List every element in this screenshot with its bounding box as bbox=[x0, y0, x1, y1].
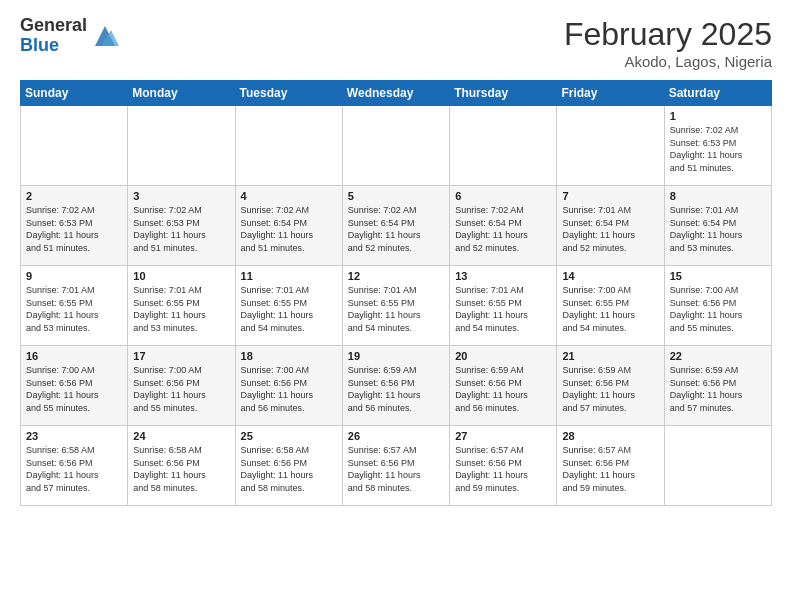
cell-date: 8 bbox=[670, 190, 766, 202]
cell-date: 11 bbox=[241, 270, 337, 282]
calendar-cell: 5Sunrise: 7:02 AM Sunset: 6:54 PM Daylig… bbox=[342, 186, 449, 266]
calendar-cell: 24Sunrise: 6:58 AM Sunset: 6:56 PM Dayli… bbox=[128, 426, 235, 506]
cell-info: Sunrise: 7:00 AM Sunset: 6:56 PM Dayligh… bbox=[241, 364, 337, 414]
week-row-3: 16Sunrise: 7:00 AM Sunset: 6:56 PM Dayli… bbox=[21, 346, 772, 426]
weekday-header-saturday: Saturday bbox=[664, 81, 771, 106]
cell-date: 9 bbox=[26, 270, 122, 282]
calendar-cell: 11Sunrise: 7:01 AM Sunset: 6:55 PM Dayli… bbox=[235, 266, 342, 346]
cell-date: 2 bbox=[26, 190, 122, 202]
cell-info: Sunrise: 7:01 AM Sunset: 6:55 PM Dayligh… bbox=[241, 284, 337, 334]
header: General Blue February 2025 Akodo, Lagos,… bbox=[20, 16, 772, 70]
calendar-cell: 4Sunrise: 7:02 AM Sunset: 6:54 PM Daylig… bbox=[235, 186, 342, 266]
cell-date: 19 bbox=[348, 350, 444, 362]
weekday-header-sunday: Sunday bbox=[21, 81, 128, 106]
logo-icon bbox=[91, 22, 119, 50]
calendar-cell bbox=[21, 106, 128, 186]
cell-info: Sunrise: 7:02 AM Sunset: 6:54 PM Dayligh… bbox=[241, 204, 337, 254]
calendar-cell: 27Sunrise: 6:57 AM Sunset: 6:56 PM Dayli… bbox=[450, 426, 557, 506]
cell-date: 4 bbox=[241, 190, 337, 202]
page: General Blue February 2025 Akodo, Lagos,… bbox=[0, 0, 792, 612]
cell-date: 28 bbox=[562, 430, 658, 442]
cell-info: Sunrise: 7:01 AM Sunset: 6:55 PM Dayligh… bbox=[26, 284, 122, 334]
cell-date: 12 bbox=[348, 270, 444, 282]
cell-date: 27 bbox=[455, 430, 551, 442]
calendar-cell bbox=[664, 426, 771, 506]
cell-info: Sunrise: 6:58 AM Sunset: 6:56 PM Dayligh… bbox=[26, 444, 122, 494]
logo-blue: Blue bbox=[20, 36, 87, 56]
calendar-cell: 22Sunrise: 6:59 AM Sunset: 6:56 PM Dayli… bbox=[664, 346, 771, 426]
cell-date: 6 bbox=[455, 190, 551, 202]
calendar-cell: 20Sunrise: 6:59 AM Sunset: 6:56 PM Dayli… bbox=[450, 346, 557, 426]
calendar-cell bbox=[557, 106, 664, 186]
week-row-1: 2Sunrise: 7:02 AM Sunset: 6:53 PM Daylig… bbox=[21, 186, 772, 266]
calendar-cell: 21Sunrise: 6:59 AM Sunset: 6:56 PM Dayli… bbox=[557, 346, 664, 426]
cell-date: 15 bbox=[670, 270, 766, 282]
cell-info: Sunrise: 6:59 AM Sunset: 6:56 PM Dayligh… bbox=[670, 364, 766, 414]
calendar-cell: 19Sunrise: 6:59 AM Sunset: 6:56 PM Dayli… bbox=[342, 346, 449, 426]
calendar-cell: 23Sunrise: 6:58 AM Sunset: 6:56 PM Dayli… bbox=[21, 426, 128, 506]
calendar-cell: 18Sunrise: 7:00 AM Sunset: 6:56 PM Dayli… bbox=[235, 346, 342, 426]
calendar-cell: 1Sunrise: 7:02 AM Sunset: 6:53 PM Daylig… bbox=[664, 106, 771, 186]
cell-info: Sunrise: 7:00 AM Sunset: 6:56 PM Dayligh… bbox=[26, 364, 122, 414]
logo: General Blue bbox=[20, 16, 119, 56]
calendar-table: SundayMondayTuesdayWednesdayThursdayFrid… bbox=[20, 80, 772, 506]
weekday-header-friday: Friday bbox=[557, 81, 664, 106]
weekday-header-tuesday: Tuesday bbox=[235, 81, 342, 106]
week-row-4: 23Sunrise: 6:58 AM Sunset: 6:56 PM Dayli… bbox=[21, 426, 772, 506]
cell-date: 26 bbox=[348, 430, 444, 442]
cell-info: Sunrise: 7:01 AM Sunset: 6:55 PM Dayligh… bbox=[133, 284, 229, 334]
cell-date: 13 bbox=[455, 270, 551, 282]
title-block: February 2025 Akodo, Lagos, Nigeria bbox=[564, 16, 772, 70]
cell-date: 10 bbox=[133, 270, 229, 282]
cell-date: 23 bbox=[26, 430, 122, 442]
cell-date: 17 bbox=[133, 350, 229, 362]
cell-date: 3 bbox=[133, 190, 229, 202]
weekday-header-thursday: Thursday bbox=[450, 81, 557, 106]
cell-info: Sunrise: 6:59 AM Sunset: 6:56 PM Dayligh… bbox=[455, 364, 551, 414]
calendar-cell: 6Sunrise: 7:02 AM Sunset: 6:54 PM Daylig… bbox=[450, 186, 557, 266]
calendar-cell: 8Sunrise: 7:01 AM Sunset: 6:54 PM Daylig… bbox=[664, 186, 771, 266]
cell-info: Sunrise: 7:00 AM Sunset: 6:56 PM Dayligh… bbox=[670, 284, 766, 334]
weekday-header-monday: Monday bbox=[128, 81, 235, 106]
calendar-cell: 25Sunrise: 6:58 AM Sunset: 6:56 PM Dayli… bbox=[235, 426, 342, 506]
calendar-cell: 12Sunrise: 7:01 AM Sunset: 6:55 PM Dayli… bbox=[342, 266, 449, 346]
calendar-cell bbox=[128, 106, 235, 186]
cell-date: 22 bbox=[670, 350, 766, 362]
calendar-title: February 2025 bbox=[564, 16, 772, 53]
calendar-cell: 17Sunrise: 7:00 AM Sunset: 6:56 PM Dayli… bbox=[128, 346, 235, 426]
calendar-cell: 9Sunrise: 7:01 AM Sunset: 6:55 PM Daylig… bbox=[21, 266, 128, 346]
calendar-cell: 2Sunrise: 7:02 AM Sunset: 6:53 PM Daylig… bbox=[21, 186, 128, 266]
cell-info: Sunrise: 7:00 AM Sunset: 6:55 PM Dayligh… bbox=[562, 284, 658, 334]
calendar-cell: 15Sunrise: 7:00 AM Sunset: 6:56 PM Dayli… bbox=[664, 266, 771, 346]
cell-info: Sunrise: 7:01 AM Sunset: 6:54 PM Dayligh… bbox=[670, 204, 766, 254]
cell-info: Sunrise: 7:02 AM Sunset: 6:54 PM Dayligh… bbox=[348, 204, 444, 254]
logo-general: General bbox=[20, 16, 87, 36]
cell-info: Sunrise: 7:01 AM Sunset: 6:54 PM Dayligh… bbox=[562, 204, 658, 254]
cell-date: 16 bbox=[26, 350, 122, 362]
calendar-cell bbox=[342, 106, 449, 186]
cell-info: Sunrise: 7:00 AM Sunset: 6:56 PM Dayligh… bbox=[133, 364, 229, 414]
cell-info: Sunrise: 7:02 AM Sunset: 6:53 PM Dayligh… bbox=[133, 204, 229, 254]
calendar-cell: 13Sunrise: 7:01 AM Sunset: 6:55 PM Dayli… bbox=[450, 266, 557, 346]
cell-date: 18 bbox=[241, 350, 337, 362]
calendar-cell bbox=[235, 106, 342, 186]
calendar-cell: 7Sunrise: 7:01 AM Sunset: 6:54 PM Daylig… bbox=[557, 186, 664, 266]
cell-info: Sunrise: 7:02 AM Sunset: 6:53 PM Dayligh… bbox=[670, 124, 766, 174]
cell-info: Sunrise: 6:57 AM Sunset: 6:56 PM Dayligh… bbox=[562, 444, 658, 494]
calendar-cell: 26Sunrise: 6:57 AM Sunset: 6:56 PM Dayli… bbox=[342, 426, 449, 506]
cell-info: Sunrise: 6:57 AM Sunset: 6:56 PM Dayligh… bbox=[455, 444, 551, 494]
calendar-subtitle: Akodo, Lagos, Nigeria bbox=[564, 53, 772, 70]
calendar-cell bbox=[450, 106, 557, 186]
cell-info: Sunrise: 6:58 AM Sunset: 6:56 PM Dayligh… bbox=[133, 444, 229, 494]
calendar-cell: 3Sunrise: 7:02 AM Sunset: 6:53 PM Daylig… bbox=[128, 186, 235, 266]
weekday-header-row: SundayMondayTuesdayWednesdayThursdayFrid… bbox=[21, 81, 772, 106]
cell-info: Sunrise: 6:57 AM Sunset: 6:56 PM Dayligh… bbox=[348, 444, 444, 494]
calendar-cell: 14Sunrise: 7:00 AM Sunset: 6:55 PM Dayli… bbox=[557, 266, 664, 346]
cell-info: Sunrise: 6:58 AM Sunset: 6:56 PM Dayligh… bbox=[241, 444, 337, 494]
cell-info: Sunrise: 7:02 AM Sunset: 6:54 PM Dayligh… bbox=[455, 204, 551, 254]
cell-date: 24 bbox=[133, 430, 229, 442]
cell-date: 25 bbox=[241, 430, 337, 442]
cell-info: Sunrise: 6:59 AM Sunset: 6:56 PM Dayligh… bbox=[562, 364, 658, 414]
cell-info: Sunrise: 6:59 AM Sunset: 6:56 PM Dayligh… bbox=[348, 364, 444, 414]
cell-info: Sunrise: 7:02 AM Sunset: 6:53 PM Dayligh… bbox=[26, 204, 122, 254]
